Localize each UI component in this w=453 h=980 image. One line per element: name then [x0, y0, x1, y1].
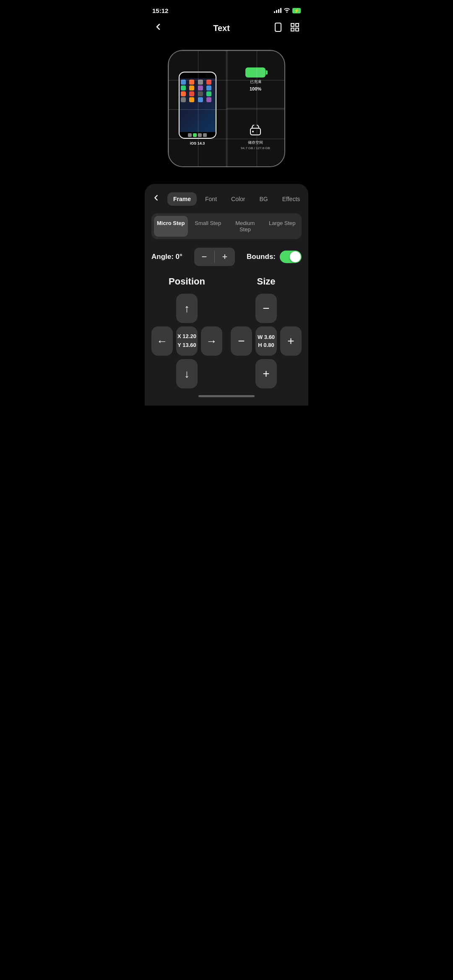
phone-dock: [180, 132, 216, 138]
size-row-up: −: [231, 294, 302, 323]
panel-nav: Frame Font Color BG Effects Data: [151, 192, 302, 206]
toggle-thumb: [290, 251, 301, 262]
home-indicator: [198, 395, 255, 397]
pos-up-button[interactable]: ↑: [176, 294, 198, 323]
tab-effects[interactable]: Effects: [276, 192, 302, 206]
angle-bounds-row: Angle: 0° − + Bounds:: [151, 248, 302, 266]
pos-row-mid: ← X 12.20 Y 13.60 →: [151, 326, 222, 356]
size-plus-button[interactable]: +: [280, 326, 302, 356]
angle-minus-button[interactable]: −: [194, 248, 214, 266]
angle-plus-button[interactable]: +: [215, 248, 235, 266]
status-time: 15:12: [152, 7, 168, 14]
widget-storage-cell: 储存空间 94.7 GB / 127.8 GB: [226, 109, 284, 166]
step-large[interactable]: Large Step: [266, 216, 299, 237]
wifi-icon: [284, 8, 290, 14]
storage-size-text: 94.7 GB / 127.8 GB: [241, 146, 270, 150]
pos-row-up: ↑: [151, 294, 222, 323]
svg-rect-1: [250, 128, 260, 135]
size-title: Size: [231, 276, 302, 287]
status-bar: 15:12 ⚡: [145, 0, 308, 18]
storage-label-text: 储存空间: [248, 140, 263, 145]
battery-icon: ⚡: [292, 8, 301, 13]
phone-ios-label: iOS 14.3: [190, 141, 205, 145]
tab-frame[interactable]: Frame: [167, 192, 197, 206]
pos-left-button[interactable]: ←: [151, 326, 173, 356]
status-icons: ⚡: [274, 8, 301, 14]
size-row-mid: − W 3.60 H 0.80 +: [231, 326, 302, 356]
grid-icon[interactable]: [290, 22, 300, 35]
size-section: Size − − W 3.60 H 0.80 +: [231, 276, 302, 388]
size-row-down: +: [231, 359, 302, 388]
svg-point-2: [252, 131, 254, 132]
tab-bg[interactable]: BG: [254, 192, 274, 206]
battery-charged-text: 已充满: [250, 79, 261, 85]
svg-rect-0: [275, 23, 281, 31]
step-small[interactable]: Small Step: [191, 216, 225, 237]
nav-bar: Text: [145, 18, 308, 41]
bounds-toggle[interactable]: [280, 251, 302, 263]
preview-area: iOS 14.3 已充满 100% 储存空间 94.7 GB / 127.8 G…: [145, 41, 308, 184]
tab-bar: Frame Font Color BG Effects Data: [167, 192, 302, 206]
angle-label: Angle: 0°: [151, 253, 182, 261]
position-title: Position: [151, 276, 222, 287]
size-minus-top-button[interactable]: −: [255, 294, 277, 323]
pos-down-button[interactable]: ↓: [176, 359, 198, 388]
position-size-container: Position ↑ ← X 12.20 Y 13.60 →: [151, 276, 302, 388]
phone-icon[interactable]: [273, 22, 283, 35]
step-medium[interactable]: Medium Step: [228, 216, 262, 237]
battery-percent-text: 100%: [250, 86, 261, 91]
size-controls: − − W 3.60 H 0.80 + +: [231, 294, 302, 388]
widget-battery-cell: 已充满 100%: [226, 51, 284, 109]
battery-big-icon: [245, 67, 266, 78]
step-micro[interactable]: Micro Step: [154, 216, 188, 237]
position-controls: ↑ ← X 12.20 Y 13.60 → ↓: [151, 294, 222, 388]
back-button[interactable]: [153, 22, 170, 35]
size-minus-button[interactable]: −: [231, 326, 252, 356]
size-value-display: W 3.60 H 0.80: [255, 326, 277, 356]
pos-row-down: ↓: [151, 359, 222, 388]
bottom-panel: Frame Font Color BG Effects Data Micro S…: [145, 184, 308, 406]
nav-actions: [273, 22, 300, 35]
tab-color[interactable]: Color: [225, 192, 251, 206]
phone-screen: [180, 78, 216, 132]
pos-right-button[interactable]: →: [201, 326, 222, 356]
panel-back-button[interactable]: [151, 193, 164, 205]
pos-center-info: X 12.20 Y 13.60: [176, 326, 198, 356]
page-title: Text: [170, 23, 273, 33]
size-plus-bottom-button[interactable]: +: [255, 359, 277, 388]
position-section: Position ↑ ← X 12.20 Y 13.60 →: [151, 276, 222, 388]
widget-phone-cell: iOS 14.3: [169, 51, 226, 166]
bounds-row: Bounds:: [247, 251, 302, 263]
widget-frame: iOS 14.3 已充满 100% 储存空间 94.7 GB / 127.8 G…: [168, 50, 285, 167]
phone-notch: [189, 72, 206, 78]
tab-font[interactable]: Font: [199, 192, 223, 206]
angle-controls: − +: [194, 248, 235, 266]
storage-icon: [249, 125, 262, 139]
bounds-label: Bounds:: [247, 253, 276, 261]
signal-icon: [274, 8, 281, 13]
step-selector: Micro Step Small Step Medium Step Large …: [151, 213, 302, 239]
phone-outline: [179, 72, 216, 139]
